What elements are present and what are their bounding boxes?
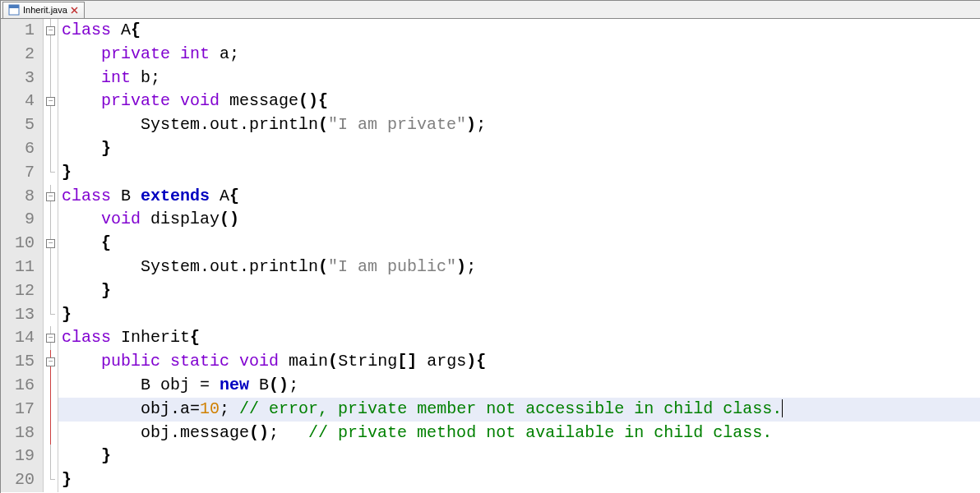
fold-gutter: [44, 113, 58, 137]
fold-gutter: [44, 208, 58, 232]
fold-gutter[interactable]: −: [44, 232, 58, 256]
line-number: 5: [1, 113, 44, 137]
line-number: 12: [1, 279, 44, 303]
line-number: 6: [1, 137, 44, 161]
line-number: 19: [1, 445, 44, 468]
line-number: 1: [1, 19, 44, 43]
code-line: 8 − class B extends A{: [1, 185, 980, 209]
line-number: 9: [1, 208, 44, 232]
fold-gutter: [44, 137, 58, 161]
text-caret: [782, 399, 783, 417]
svg-rect-1: [9, 5, 19, 8]
tab-inherit-java[interactable]: Inherit.java: [2, 2, 85, 18]
code-text[interactable]: class Inherit{: [58, 326, 980, 350]
tab-bar: Inherit.java: [1, 1, 980, 19]
code-text[interactable]: void display(): [58, 208, 980, 232]
code-line: 17 obj.a=10; // error, private member no…: [1, 398, 980, 422]
code-line: 7 }: [1, 161, 980, 185]
code-text[interactable]: }: [58, 161, 980, 185]
code-text[interactable]: System.out.println("I am private");: [58, 113, 980, 137]
code-line: 10 − {: [1, 232, 980, 256]
fold-gutter: [44, 161, 58, 185]
fold-gutter: [44, 256, 58, 279]
code-text[interactable]: }: [58, 137, 980, 161]
code-line: 18 obj.message(); // private method not …: [1, 422, 980, 445]
fold-minus-icon[interactable]: −: [46, 26, 55, 35]
java-file-icon: [8, 4, 20, 16]
fold-gutter: [44, 279, 58, 303]
code-text-current-line[interactable]: obj.a=10; // error, private member not a…: [58, 398, 980, 422]
line-number: 14: [1, 326, 44, 350]
fold-minus-icon[interactable]: −: [46, 97, 55, 106]
close-icon[interactable]: [71, 6, 79, 14]
line-number: 13: [1, 303, 44, 327]
code-line: 13 }: [1, 303, 980, 327]
fold-gutter[interactable]: −: [44, 19, 58, 43]
line-number: 17: [1, 398, 44, 422]
fold-gutter: [44, 422, 58, 445]
fold-gutter[interactable]: −: [44, 90, 58, 113]
code-line: 12 }: [1, 279, 980, 303]
code-text[interactable]: System.out.println("I am public");: [58, 256, 980, 279]
code-line: 19 }: [1, 445, 980, 468]
line-number: 3: [1, 67, 44, 90]
fold-gutter: [44, 374, 58, 398]
fold-gutter: [44, 303, 58, 327]
code-text[interactable]: }: [58, 279, 980, 303]
fold-gutter[interactable]: −: [44, 350, 58, 374]
code-text[interactable]: }: [58, 468, 980, 492]
line-number: 16: [1, 374, 44, 398]
line-number: 18: [1, 422, 44, 445]
fold-gutter[interactable]: −: [44, 326, 58, 350]
fold-minus-icon[interactable]: −: [46, 239, 55, 248]
code-text[interactable]: }: [58, 445, 980, 468]
code-text[interactable]: private void message(){: [58, 90, 980, 113]
line-number: 8: [1, 185, 44, 209]
tab-label: Inherit.java: [23, 5, 67, 15]
fold-minus-icon[interactable]: −: [46, 357, 55, 366]
code-text[interactable]: class B extends A{: [58, 185, 980, 209]
fold-gutter[interactable]: −: [44, 185, 58, 209]
code-text[interactable]: class A{: [58, 19, 980, 43]
code-text[interactable]: public static void main(String[] args){: [58, 350, 980, 374]
code-line: 16 B obj = new B();: [1, 374, 980, 398]
fold-gutter: [44, 468, 58, 492]
code-line: 9 void display(): [1, 208, 980, 232]
code-line: 11 System.out.println("I am public");: [1, 256, 980, 279]
fold-minus-icon[interactable]: −: [46, 334, 55, 343]
fold-gutter: [44, 67, 58, 90]
fold-minus-icon[interactable]: −: [46, 192, 55, 201]
code-line: 3 int b;: [1, 67, 980, 90]
fold-gutter: [44, 43, 58, 67]
fold-gutter: [44, 398, 58, 422]
code-line: 14 − class Inherit{: [1, 326, 980, 350]
code-line: 5 System.out.println("I am private");: [1, 113, 980, 137]
code-line: 4 − private void message(){: [1, 90, 980, 113]
line-number: 11: [1, 256, 44, 279]
line-number: 7: [1, 161, 44, 185]
code-text[interactable]: }: [58, 303, 980, 327]
code-line: 20 }: [1, 468, 980, 492]
line-number: 20: [1, 468, 44, 492]
code-text[interactable]: B obj = new B();: [58, 374, 980, 398]
line-number: 10: [1, 232, 44, 256]
code-line: 2 private int a;: [1, 43, 980, 67]
fold-gutter: [44, 445, 58, 468]
code-text[interactable]: {: [58, 232, 980, 256]
line-number: 2: [1, 43, 44, 67]
code-editor[interactable]: 1 − class A{ 2 private int a; 3 int b; 4…: [1, 19, 980, 492]
code-text[interactable]: private int a;: [58, 43, 980, 67]
line-number: 15: [1, 350, 44, 374]
code-line: 1 − class A{: [1, 19, 980, 43]
code-text[interactable]: int b;: [58, 67, 980, 90]
code-text[interactable]: obj.message(); // private method not ava…: [58, 422, 980, 445]
code-line: 6 }: [1, 137, 980, 161]
code-line: 15 − public static void main(String[] ar…: [1, 350, 980, 374]
line-number: 4: [1, 90, 44, 113]
